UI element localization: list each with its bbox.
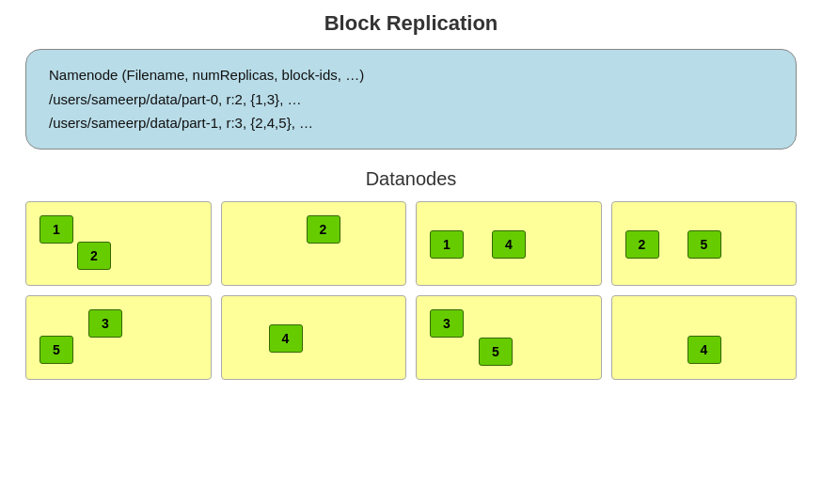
block-chip-dn1-2: 2 bbox=[77, 242, 111, 270]
block-chip-dn2-2: 2 bbox=[307, 215, 340, 244]
block-chip-dn6-4: 4 bbox=[269, 324, 303, 353]
block-chip-dn7-3: 3 bbox=[430, 309, 464, 338]
block-chip-dn5-5: 5 bbox=[40, 336, 73, 364]
block-chip-dn1-1: 1 bbox=[40, 215, 73, 244]
block-chip-dn3-4: 4 bbox=[492, 230, 526, 259]
namenode-box: Namenode (Filename, numReplicas, block-i… bbox=[25, 49, 797, 150]
datanode-cell-8: 4 bbox=[611, 295, 798, 380]
datanodes-label: Datanodes bbox=[366, 168, 457, 190]
block-chip-dn3-1: 1 bbox=[430, 230, 464, 259]
page-title: Block Replication bbox=[324, 11, 498, 36]
page: Block Replication Namenode (Filename, nu… bbox=[0, 0, 822, 504]
block-chip-dn5-3: 3 bbox=[88, 309, 122, 338]
datanode-cell-3: 14 bbox=[416, 201, 602, 286]
datanode-cell-1: 12 bbox=[25, 201, 212, 286]
namenode-line-3: /users/sameerp/data/part-1, r:3, {2,4,5}… bbox=[49, 111, 773, 135]
namenode-line-1: Namenode (Filename, numReplicas, block-i… bbox=[49, 63, 773, 87]
block-chip-dn7-5: 5 bbox=[479, 338, 513, 366]
datanode-cell-7: 35 bbox=[416, 295, 602, 380]
datanode-grid: 1221425534354 bbox=[25, 201, 797, 380]
block-chip-dn8-4: 4 bbox=[688, 336, 721, 364]
block-chip-dn4-5: 5 bbox=[688, 230, 721, 259]
datanode-cell-6: 4 bbox=[221, 295, 407, 380]
namenode-line-2: /users/sameerp/data/part-0, r:2, {1,3}, … bbox=[49, 87, 773, 112]
datanode-cell-4: 25 bbox=[611, 201, 798, 286]
block-chip-dn4-2: 2 bbox=[625, 230, 659, 259]
datanode-cell-2: 2 bbox=[221, 201, 407, 286]
datanode-cell-5: 53 bbox=[25, 295, 212, 380]
